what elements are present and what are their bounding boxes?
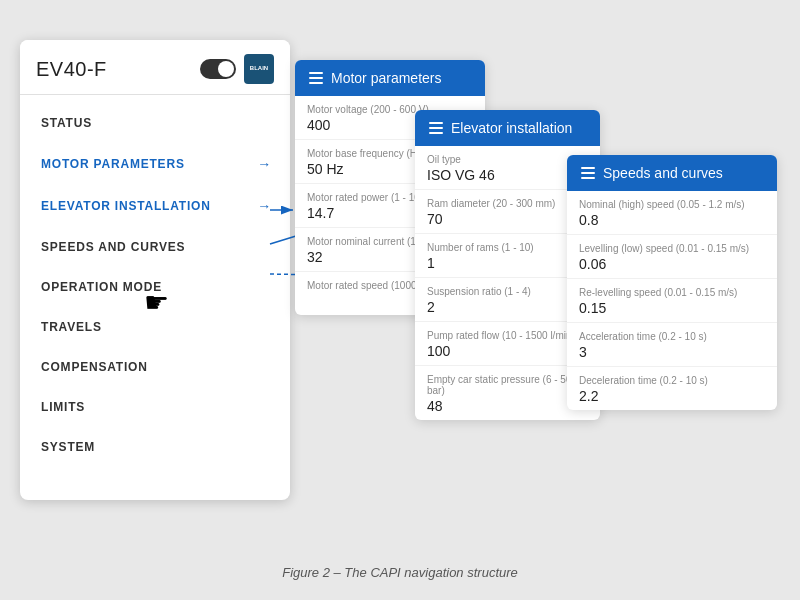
nav-item-travels[interactable]: TRAVELS bbox=[20, 307, 290, 347]
elev-value-rams-count: 1 bbox=[427, 255, 588, 271]
main-scene: EV40-F BLAIN STATUS MOTOR PARAMETERS → E… bbox=[0, 0, 800, 600]
motor-panel-title: Motor parameters bbox=[331, 70, 441, 86]
elev-label-pump-flow: Pump rated flow (10 - 1500 l/min) bbox=[427, 330, 588, 341]
speeds-field-relevelling: Re-levelling speed (0.01 - 0.15 m/s) 0.1… bbox=[567, 279, 777, 323]
speeds-value-relevelling: 0.15 bbox=[579, 300, 765, 316]
speeds-panel-body: Nominal (high) speed (0.05 - 1.2 m/s) 0.… bbox=[567, 191, 777, 410]
speeds-value-deceleration: 2.2 bbox=[579, 388, 765, 404]
menu-line bbox=[581, 172, 595, 174]
nav-list: STATUS MOTOR PARAMETERS → ELEVATOR INSTA… bbox=[20, 95, 290, 475]
menu-line bbox=[429, 132, 443, 134]
elev-value-oil: ISO VG 46 bbox=[427, 167, 588, 183]
speeds-label-levelling: Levelling (low) speed (0.01 - 0.15 m/s) bbox=[579, 243, 765, 254]
elev-value-pump-flow: 100 bbox=[427, 343, 588, 359]
elevator-panel-header: Elevator installation bbox=[415, 110, 600, 146]
motor-panel-header: Motor parameters bbox=[295, 60, 485, 96]
speeds-field-levelling: Levelling (low) speed (0.01 - 0.15 m/s) … bbox=[567, 235, 777, 279]
nav-item-status[interactable]: STATUS bbox=[20, 103, 290, 143]
speeds-value-acceleration: 3 bbox=[579, 344, 765, 360]
menu-line bbox=[309, 77, 323, 79]
nav-item-compensation[interactable]: COMPENSATION bbox=[20, 347, 290, 387]
speeds-panel-header: Speeds and curves bbox=[567, 155, 777, 191]
speeds-and-curves-panel: Speeds and curves Nominal (high) speed (… bbox=[567, 155, 777, 410]
elev-value-suspension: 2 bbox=[427, 299, 588, 315]
speeds-panel-title: Speeds and curves bbox=[603, 165, 723, 181]
app-title: EV40-F bbox=[36, 58, 107, 81]
speeds-menu-icon bbox=[581, 167, 595, 179]
speeds-field-acceleration: Acceleration time (0.2 - 10 s) 3 bbox=[567, 323, 777, 367]
elev-label-ram: Ram diameter (20 - 300 mm) bbox=[427, 198, 588, 209]
header-right: BLAIN bbox=[200, 54, 274, 84]
menu-line bbox=[581, 177, 595, 179]
speeds-label-deceleration: Deceleration time (0.2 - 10 s) bbox=[579, 375, 765, 386]
elev-label-rams-count: Number of rams (1 - 10) bbox=[427, 242, 588, 253]
speeds-value-nominal: 0.8 bbox=[579, 212, 765, 228]
nav-item-system[interactable]: SYSTEM bbox=[20, 427, 290, 467]
logo-badge: BLAIN bbox=[244, 54, 274, 84]
nav-arrow-elevator: → bbox=[257, 198, 272, 214]
speeds-label-nominal: Nominal (high) speed (0.05 - 1.2 m/s) bbox=[579, 199, 765, 210]
nav-item-operation-mode[interactable]: OPERATION MODE bbox=[20, 267, 290, 307]
nav-item-speeds-and-curves[interactable]: SPEEDS AND CURVES bbox=[20, 227, 290, 267]
toggle-switch[interactable] bbox=[200, 59, 236, 79]
elevator-panel-title: Elevator installation bbox=[451, 120, 572, 136]
mobile-header: EV40-F BLAIN bbox=[20, 40, 290, 95]
speeds-label-relevelling: Re-levelling speed (0.01 - 0.15 m/s) bbox=[579, 287, 765, 298]
menu-line bbox=[581, 167, 595, 169]
nav-item-motor-parameters[interactable]: MOTOR PARAMETERS → bbox=[20, 143, 290, 185]
speeds-value-levelling: 0.06 bbox=[579, 256, 765, 272]
speeds-label-acceleration: Acceleration time (0.2 - 10 s) bbox=[579, 331, 765, 342]
elev-label-pressure: Empty car static pressure (6 - 50 bar) bbox=[427, 374, 588, 396]
elev-label-suspension: Suspension ratio (1 - 4) bbox=[427, 286, 588, 297]
speeds-field-nominal: Nominal (high) speed (0.05 - 1.2 m/s) 0.… bbox=[567, 191, 777, 235]
speeds-field-deceleration: Deceleration time (0.2 - 10 s) 2.2 bbox=[567, 367, 777, 410]
elev-value-ram: 70 bbox=[427, 211, 588, 227]
nav-item-limits[interactable]: LIMITS bbox=[20, 387, 290, 427]
menu-line bbox=[309, 72, 323, 74]
nav-item-elevator-installation[interactable]: ELEVATOR INSTALLATION → bbox=[20, 185, 290, 227]
menu-line bbox=[429, 122, 443, 124]
menu-line bbox=[429, 127, 443, 129]
menu-icon bbox=[309, 72, 323, 84]
mobile-panel: EV40-F BLAIN STATUS MOTOR PARAMETERS → E… bbox=[20, 40, 290, 500]
menu-line bbox=[309, 82, 323, 84]
elevator-menu-icon bbox=[429, 122, 443, 134]
elev-label-oil: Oil type bbox=[427, 154, 588, 165]
bottom-caption: Figure 2 – The CAPI navigation structure bbox=[282, 565, 518, 580]
nav-arrow-motor: → bbox=[257, 156, 272, 172]
elev-value-pressure: 48 bbox=[427, 398, 588, 414]
